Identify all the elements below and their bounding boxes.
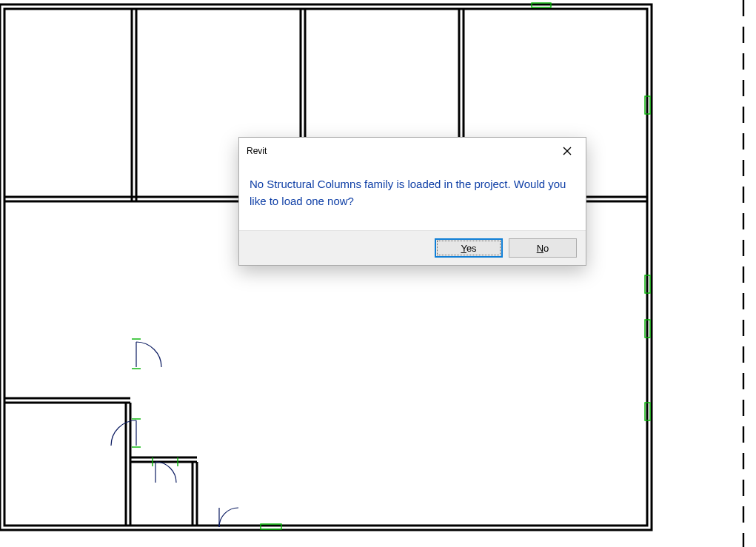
dialog-footer: Yes No (239, 230, 586, 265)
no-accelerator: N (537, 243, 543, 254)
svg-rect-0 (0, 4, 652, 530)
close-icon (563, 147, 572, 155)
close-button[interactable] (555, 142, 580, 160)
yes-accelerator: Y (461, 243, 466, 254)
yes-button[interactable]: Yes (435, 238, 503, 258)
dialog-titlebar: Revit (239, 138, 586, 164)
no-button[interactable]: No (509, 238, 577, 258)
yes-label-rest: es (466, 243, 477, 254)
floor-plan-canvas (0, 0, 756, 547)
revit-dialog: Revit No Structural Columns family is lo… (238, 137, 586, 266)
svg-rect-1 (4, 9, 647, 526)
dialog-message: No Structural Columns family is loaded i… (250, 176, 575, 209)
no-label-rest: o (543, 243, 549, 254)
dialog-title: Revit (247, 146, 267, 156)
dialog-body: No Structural Columns family is loaded i… (239, 164, 586, 230)
